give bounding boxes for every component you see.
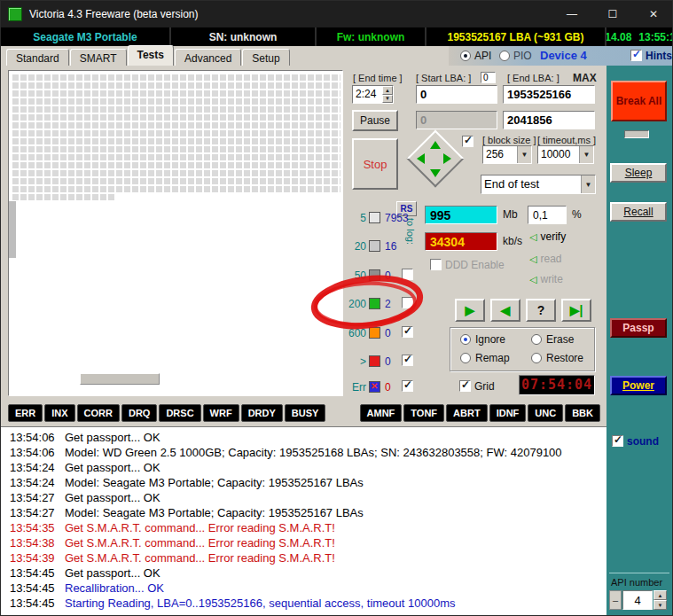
block-size-label: [ block size ] — [482, 135, 536, 145]
seek-question-button[interactable]: ? — [526, 299, 556, 322]
radio-icon — [531, 353, 542, 363]
start-lba-input[interactable]: 0 — [416, 85, 497, 104]
grid-checkbox[interactable]: ✓ — [459, 380, 471, 392]
clock-time: 13:55:1 — [638, 31, 673, 43]
api-number-spinner[interactable]: ▲ ▼ — [653, 590, 667, 610]
legend-color-swatch — [369, 327, 380, 339]
api-number-input[interactable]: 4 — [622, 590, 653, 610]
minimize-button[interactable]: — — [552, 1, 592, 27]
dropdown-arrow-icon[interactable]: ▼ — [517, 146, 531, 163]
surface-scan-grid-partial — [11, 192, 115, 201]
grid-label: Grid — [474, 380, 495, 393]
flag-busy: BUSY — [285, 404, 326, 422]
log-line: 13:54:06Model: WD Green 2.5 1000GB; Capa… — [1, 445, 606, 460]
clock-date: 14.08 — [606, 31, 631, 43]
spin-down-icon[interactable]: ▼ — [653, 600, 667, 610]
pio-radio[interactable] — [499, 51, 510, 61]
flag-idnf: IDNF — [489, 404, 527, 422]
nav-down-icon[interactable] — [430, 169, 441, 177]
flag-unc: UNC — [528, 404, 563, 422]
radio-icon — [460, 353, 471, 363]
log-err-checkbox[interactable]: ✓ — [402, 380, 413, 392]
end-time-spinner[interactable]: 2:24 ▲ ▼ — [352, 85, 394, 104]
app-icon — [8, 7, 22, 21]
arrow-left-icon: ◁ — [529, 274, 536, 285]
defect-option-ignore[interactable]: Ignore — [460, 333, 505, 346]
sound-checkbox[interactable]: ✓ — [612, 435, 623, 447]
current-position-field: 0 — [416, 111, 497, 129]
start-lba-mini-field[interactable]: 0 — [481, 72, 496, 83]
passp-button[interactable]: Passp — [610, 318, 667, 338]
log-line: 13:54:45Get passport... OK — [1, 565, 606, 581]
spin-down-icon[interactable]: ▼ — [382, 95, 393, 104]
nav-right-icon[interactable] — [443, 153, 451, 164]
legend-row-50: 50 0 — [347, 269, 391, 282]
radio-icon — [531, 334, 542, 345]
spin-up-icon[interactable]: ▲ — [382, 86, 393, 95]
rate-unit-label: kb/s — [503, 235, 522, 247]
spin-up-icon[interactable]: ▲ — [653, 590, 667, 600]
recall-button[interactable]: Recall — [610, 202, 667, 222]
checkmark-icon: ✓ — [614, 435, 622, 444]
api-number-minus[interactable]: – — [609, 590, 622, 610]
defect-option-restore[interactable]: Restore — [531, 352, 583, 364]
end-of-test-value: End of test — [481, 175, 581, 193]
blocks-field: 2041856 — [503, 111, 595, 129]
ddd-enable-checkbox[interactable] — [430, 259, 442, 270]
start-test-button[interactable]: ▶ — [455, 299, 485, 322]
break-all-button[interactable]: Break All — [611, 81, 667, 121]
dropdown-arrow-icon[interactable]: ▼ — [579, 146, 593, 163]
sleep-button[interactable]: Sleep — [610, 163, 667, 183]
flag-drq: DRQ — [121, 404, 157, 422]
max-label[interactable]: MAX — [573, 72, 597, 84]
ddd-enable-label: DDD Enable — [445, 259, 505, 271]
end-of-test-combo[interactable]: End of test ▼ — [481, 175, 596, 194]
nav-up-icon[interactable] — [430, 141, 441, 149]
nav-left-icon[interactable] — [417, 153, 425, 164]
power-button[interactable]: Power — [610, 376, 667, 395]
victoria-window: Victoria 4.3 Freeware (beta version) — ☐… — [0, 0, 673, 616]
skip-end-button[interactable]: ▶| — [561, 299, 591, 322]
horizontal-scrollbar-thumb[interactable] — [80, 373, 160, 385]
log-line: 13:54:27Get passport... OK — [1, 490, 606, 505]
device-label: Device 4 — [540, 49, 587, 62]
defect-option-remap[interactable]: Remap — [460, 352, 510, 364]
checkmark-icon: ✓ — [403, 326, 412, 335]
tab-tests[interactable]: Tests — [128, 45, 174, 67]
legend-speed-label: > — [347, 355, 366, 368]
action-read[interactable]: ◁ read — [529, 253, 562, 265]
vertical-scrollbar-thumb[interactable] — [9, 201, 16, 258]
surface-scan-grid — [11, 73, 340, 192]
flag-drsc: DRSC — [159, 404, 200, 422]
err-legend-icon: ✕ — [369, 381, 380, 393]
log-600-checkbox[interactable]: ✓ — [402, 326, 413, 338]
stop-button[interactable]: Stop — [352, 138, 398, 190]
loop-checkbox[interactable]: ✓ — [462, 136, 473, 147]
back-button[interactable]: ◀ — [490, 299, 520, 322]
log-200-checkbox[interactable] — [402, 297, 413, 308]
timeout-combo[interactable]: 10000 ▼ — [537, 145, 594, 164]
log-50-checkbox[interactable] — [402, 269, 413, 280]
play-icon: ▶ — [466, 303, 475, 317]
legend-row-5: 5 7953 — [347, 211, 409, 224]
action-verify[interactable]: ◁ verify — [529, 230, 566, 243]
pause-button[interactable]: Pause — [352, 110, 398, 131]
hints-checkbox[interactable]: ✓ — [630, 50, 642, 61]
drive-info-bar: Seagate M3 Portable SN: unknown Fw: unkn… — [1, 27, 673, 46]
legend-color-swatch — [369, 298, 380, 309]
api-radio[interactable] — [460, 51, 471, 61]
legend-row-600: 600 0 — [347, 326, 391, 339]
defect-option-erase[interactable]: Erase — [531, 333, 574, 346]
legend-color-swatch — [369, 212, 380, 223]
checkmark-icon: ✓ — [461, 380, 470, 389]
action-write[interactable]: ◁ write — [529, 273, 563, 285]
sound-label: sound — [627, 435, 659, 448]
close-button[interactable]: ✕ — [633, 1, 673, 27]
maximize-button[interactable]: ☐ — [592, 1, 633, 27]
api-label: API — [474, 50, 491, 62]
block-size-combo[interactable]: 256 ▼ — [482, 145, 532, 164]
legend-row-20: 20 16 — [347, 239, 396, 253]
end-lba-input[interactable]: 1953525166 — [503, 85, 595, 104]
dropdown-arrow-icon[interactable]: ▼ — [581, 175, 595, 193]
log-gt-checkbox[interactable]: ✓ — [402, 355, 413, 366]
